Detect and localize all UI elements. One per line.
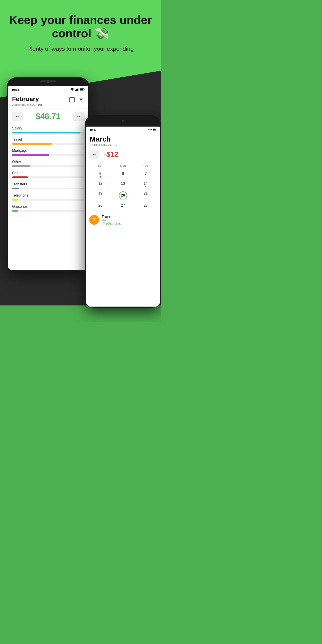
category-bar-bg xyxy=(12,210,84,212)
svg-rect-7 xyxy=(80,89,83,90)
trans-account: Main xyxy=(102,219,122,222)
camera-front xyxy=(122,120,124,122)
category-bar-fill xyxy=(12,199,18,200)
cal-cell[interactable]: 13 xyxy=(112,180,134,189)
camera-back xyxy=(46,80,50,83)
wifi-icon-front xyxy=(148,128,152,131)
category-bar-bg xyxy=(12,199,84,200)
category-bar-fill xyxy=(12,176,28,178)
cal-cell[interactable]: 28 xyxy=(134,202,157,209)
cal-grid: 567121314192021262728 xyxy=(89,170,157,209)
cal-cell[interactable]: 5 xyxy=(89,170,111,179)
next-arrow-back[interactable]: → xyxy=(73,112,84,122)
cal-cell[interactable]: 26 xyxy=(89,202,111,209)
march-nav: ← -$12 xyxy=(86,148,160,161)
amount-back: $46.71 xyxy=(36,112,60,121)
category-name: Groceries xyxy=(12,204,84,209)
category-bar-fill xyxy=(12,154,50,156)
battery-icon xyxy=(80,88,84,91)
category-name: Travel xyxy=(12,138,84,142)
category-name: Car xyxy=(12,171,84,175)
svg-rect-18 xyxy=(153,129,156,130)
category-name: Telephone xyxy=(12,194,84,198)
month-title-back: February xyxy=(12,96,42,103)
category-name: Other xyxy=(12,160,84,164)
screen-front: 10:17 xyxy=(86,126,160,306)
screen-back: 10:15 xyxy=(8,86,88,270)
app-header-back: February 2 accounts ($7,097.10) xyxy=(8,93,88,108)
time-back: 10:15 xyxy=(12,88,19,92)
category-bar-bg xyxy=(12,154,84,156)
category-name: Salary xyxy=(12,126,84,130)
status-icons-front xyxy=(148,128,156,132)
category-name: Transfers xyxy=(12,182,84,186)
category-bar-bg xyxy=(12,188,84,190)
status-icons-back xyxy=(70,88,84,91)
wifi-icon xyxy=(70,88,74,91)
category-bar-fill xyxy=(12,165,30,167)
hero-title: Keep your finances under control 💸 xyxy=(9,14,152,40)
svg-rect-4 xyxy=(78,88,79,91)
time-front: 10:17 xyxy=(90,128,96,132)
category-bar-bg xyxy=(12,132,84,134)
svg-point-15 xyxy=(150,130,150,131)
category-bar-fill xyxy=(12,143,52,145)
phones-wrapper: 10:15 xyxy=(0,71,161,306)
march-title: March xyxy=(90,135,156,143)
phone-back: 10:15 xyxy=(7,77,90,272)
category-item: Salary xyxy=(12,126,84,134)
prev-arrow-back[interactable]: ← xyxy=(12,112,23,122)
header-left-back: February 2 accounts ($7,097.10) xyxy=(12,96,42,106)
cal-cell[interactable]: 12 xyxy=(89,180,111,189)
status-bar-front: 10:17 xyxy=(86,126,160,133)
category-bar-fill xyxy=(12,210,18,212)
hero-section: Keep your finances under control 💸 Plent… xyxy=(0,0,161,71)
cal-cell[interactable]: 14 xyxy=(134,180,157,189)
category-bar-bg xyxy=(12,143,84,145)
svg-rect-6 xyxy=(84,89,84,90)
day-sun: Sun xyxy=(89,163,112,168)
top-bar-front xyxy=(85,116,161,126)
cal-cell[interactable]: 19 xyxy=(89,190,111,201)
filter-icon[interactable] xyxy=(78,96,84,103)
day-tue: Tue xyxy=(134,163,157,168)
amount-front: -$12 xyxy=(104,150,118,158)
trans-info: Travel Main #Trip2Barcelona xyxy=(102,214,122,225)
svg-rect-3 xyxy=(77,88,78,91)
signal-icon xyxy=(75,88,79,91)
category-item: Mortgage xyxy=(12,149,84,156)
calendar-icon[interactable] xyxy=(69,96,75,103)
category-item: Car xyxy=(12,171,84,178)
prev-arrow-front[interactable]: ← xyxy=(89,150,100,159)
trans-avatar: T xyxy=(89,215,99,225)
status-bar-back: 10:15 xyxy=(8,86,88,93)
svg-rect-2 xyxy=(76,89,77,91)
svg-rect-8 xyxy=(70,98,74,102)
trans-title: Travel xyxy=(102,214,122,218)
notch-back xyxy=(7,77,90,86)
cal-cell[interactable]: 27 xyxy=(112,202,134,209)
accounts-back: 2 accounts ($7,097.10) xyxy=(12,103,42,106)
header-icons-back xyxy=(69,96,84,103)
category-item: Groceries xyxy=(12,204,84,212)
category-bar-fill xyxy=(12,132,80,134)
category-item: Travel xyxy=(12,138,84,145)
cal-cell[interactable]: 20 xyxy=(112,190,134,201)
phones-section: 10:15 xyxy=(0,71,161,306)
category-bar-fill xyxy=(12,188,19,190)
category-list: Salary Travel Mortgage Other Car Transfe… xyxy=(8,124,88,218)
category-item: Transfers xyxy=(12,182,84,190)
transaction-item[interactable]: T Travel Main #Trip2Barcelona xyxy=(86,211,160,228)
svg-point-0 xyxy=(72,90,73,91)
category-bar-bg xyxy=(12,176,84,178)
cal-cell[interactable]: 7 xyxy=(134,170,157,179)
category-item: Telephone xyxy=(12,194,84,200)
calendar: Sun Mon Tue 567121314192021262728 xyxy=(86,161,160,211)
day-mon: Mon xyxy=(112,163,134,168)
category-bar-bg xyxy=(12,165,84,167)
trans-tag: #Trip2Barcelona xyxy=(102,222,122,225)
cal-header: Sun Mon Tue xyxy=(89,163,157,168)
cal-cell[interactable]: 21 xyxy=(134,190,157,201)
phone-front: 10:17 xyxy=(85,116,161,308)
cal-cell[interactable]: 6 xyxy=(112,170,134,179)
